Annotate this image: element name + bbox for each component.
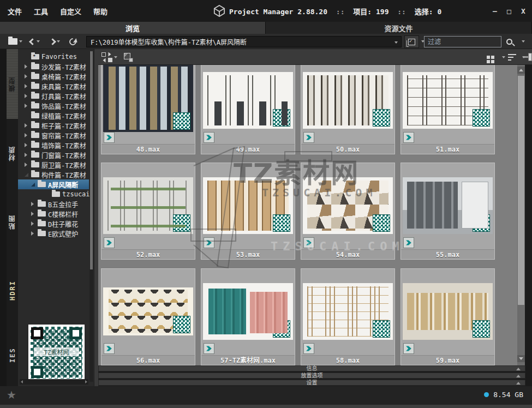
panel-expand-icon[interactable] xyxy=(516,368,521,370)
rail-tab-贴图[interactable]: 贴图 xyxy=(7,188,18,256)
path-combobox[interactable]: F:\2019单体模型库收集\构件篇-TZ素材\A屏风隔断 xyxy=(86,36,402,47)
refresh-button[interactable] xyxy=(69,34,76,49)
merge-model-button[interactable] xyxy=(123,49,133,65)
tree-item-饰品篇-TZ素材[interactable]: 饰品篇-TZ素材 xyxy=(18,101,89,111)
tree-expander-icon[interactable] xyxy=(25,133,31,137)
tab-browse[interactable]: 浏览 xyxy=(0,22,266,34)
folder-dropdown-icon[interactable] xyxy=(19,40,22,43)
tree-expander-icon[interactable] xyxy=(31,231,37,236)
scroll-left-icon[interactable] xyxy=(21,380,23,383)
scroll-up-icon[interactable] xyxy=(517,67,525,74)
tree-item-D柱子雕花[interactable]: D柱子雕花 xyxy=(18,219,89,229)
replace-model-button[interactable] xyxy=(101,49,117,65)
menu-item-1[interactable]: 文件 xyxy=(8,6,22,16)
tab-resource-files[interactable]: 资源文件 xyxy=(266,22,532,34)
asset-card-51.max[interactable]: 51.max xyxy=(401,65,495,154)
panel-header-放置选项[interactable]: 放置选项 xyxy=(98,373,525,379)
menu-item-2[interactable]: 工具 xyxy=(34,6,48,16)
tree-item-床具篇-TZ素材[interactable]: 床具篇-TZ素材 xyxy=(18,81,89,91)
asset-card-58.max[interactable]: 58.max xyxy=(301,268,395,365)
grid-scroll-thumb[interactable] xyxy=(518,76,524,305)
grid-view-button[interactable] xyxy=(487,49,490,65)
forward-dropdown-icon[interactable] xyxy=(57,40,60,43)
panel-expand-icon[interactable] xyxy=(516,382,521,385)
tree-vertical-scrollbar[interactable] xyxy=(89,51,93,382)
tree-expander-icon[interactable] xyxy=(31,212,37,216)
close-button[interactable]: X xyxy=(519,7,528,15)
tree-item-厨卫篇-TZ素材[interactable]: 厨卫篇-TZ素材 xyxy=(18,160,89,170)
panel-splitter[interactable] xyxy=(94,49,98,386)
scroll-right-icon[interactable] xyxy=(85,380,87,383)
menu-item-4[interactable]: 帮助 xyxy=(93,6,107,16)
tree-item-Favorites[interactable]: Favorites xyxy=(18,52,89,62)
tree-item-绿植篇-TZ素材[interactable]: 绿植篇-TZ素材 xyxy=(18,111,89,121)
asset-card-56.max[interactable]: 56.max xyxy=(101,268,195,365)
tree-expander-icon[interactable] xyxy=(25,163,31,167)
back-dropdown-icon[interactable] xyxy=(37,40,40,43)
path-dropdown-icon[interactable] xyxy=(394,41,398,44)
tree-item-灯具篇-TZ素材[interactable]: 灯具篇-TZ素材 xyxy=(18,91,89,101)
minimize-button[interactable]: – xyxy=(491,7,499,15)
maximize-button[interactable]: □ xyxy=(505,7,513,15)
rail-tab-HDRI[interactable]: HDRI xyxy=(7,256,18,325)
tree-item-窗帘篇-TZ素材[interactable]: 窗帘篇-TZ素材 xyxy=(18,130,89,140)
tree-expander-icon[interactable] xyxy=(25,153,31,157)
tree-item-B五金拉手[interactable]: B五金拉手 xyxy=(18,199,89,209)
menu-item-3[interactable]: 自定义 xyxy=(60,6,81,16)
panel-header-信息[interactable]: 信息 xyxy=(98,365,525,371)
tree-expander-icon[interactable] xyxy=(31,221,37,226)
asset-card-54.max[interactable]: 54.max xyxy=(301,163,395,260)
sort-dropdown[interactable] xyxy=(521,49,525,65)
slider-handle[interactable] xyxy=(528,53,532,61)
view-files-button[interactable] xyxy=(404,35,419,48)
asset-card-57-TZ素材网.max[interactable]: 57-TZ素材网.max xyxy=(201,268,295,365)
asset-card-52.max[interactable]: 52.max xyxy=(101,163,195,260)
grid-view-dropdown[interactable] xyxy=(500,49,505,65)
tree-expander-icon[interactable] xyxy=(25,84,31,88)
favorite-star-icon[interactable]: ★ xyxy=(7,388,16,401)
tree-item-tzsucai.co[interactable]: tzsucai.co xyxy=(18,189,89,199)
scroll-down-icon[interactable] xyxy=(517,355,525,362)
asset-card-55.max[interactable]: 55.max xyxy=(401,163,495,260)
tree-expander-icon[interactable] xyxy=(25,64,31,69)
tree-expander-icon[interactable] xyxy=(25,123,31,128)
tree-item-柜子篇-TZ素材[interactable]: 柜子篇-TZ素材 xyxy=(18,121,89,130)
grid-vertical-scrollbar[interactable] xyxy=(517,65,525,365)
tree-expander-icon[interactable] xyxy=(25,94,31,98)
tree-item-构件篇-TZ素材[interactable]: 构件篇-TZ素材 xyxy=(18,170,89,179)
tree-scroll-thumb[interactable] xyxy=(90,51,93,269)
tree-item-墙饰篇-TZ素材[interactable]: 墙饰篇-TZ素材 xyxy=(18,140,89,150)
tree-expander-icon[interactable] xyxy=(25,173,31,177)
asset-card-53.max[interactable]: 53.max xyxy=(201,163,295,260)
tree-item-门窗篇-TZ素材[interactable]: 门窗篇-TZ素材 xyxy=(18,150,89,160)
folder-button[interactable] xyxy=(8,34,22,49)
tree-item-桌椅篇-TZ素材[interactable]: 桌椅篇-TZ素材 xyxy=(18,71,89,81)
search-button[interactable] xyxy=(506,34,512,49)
tree-item-E欧式壁炉[interactable]: E欧式壁炉 xyxy=(18,229,89,238)
tree-expander-icon[interactable] xyxy=(31,183,37,187)
project-manager-window: 文件工具自定义帮助 Project Manager 2.88.20 :: 项目:… xyxy=(0,0,532,408)
rail-tab-IES[interactable]: IES xyxy=(7,325,18,386)
rail-tab-模型[interactable]: 模型 xyxy=(7,49,18,119)
forward-button[interactable] xyxy=(50,34,60,49)
asset-card-50.max[interactable]: 50.max xyxy=(301,65,395,154)
tree-expander-icon[interactable] xyxy=(31,202,37,206)
tree-item-A屏风隔断[interactable]: A屏风隔断 xyxy=(18,179,89,189)
filter-input[interactable] xyxy=(424,36,501,47)
tree-expander-icon[interactable] xyxy=(25,104,31,108)
sort-button[interactable] xyxy=(508,49,516,65)
tree-expander-icon[interactable] xyxy=(25,143,31,147)
tree-item-C楼梯栏杆[interactable]: C楼梯栏杆 xyxy=(18,209,89,219)
tree-expander-icon[interactable] xyxy=(25,74,31,79)
asset-card-48.max[interactable]: 48.max xyxy=(101,65,195,154)
asset-card-59.max[interactable]: 59.max xyxy=(401,268,495,365)
panel-expand-icon[interactable] xyxy=(516,375,521,377)
back-button[interactable] xyxy=(30,34,40,49)
tree-horizontal-scrollbar[interactable] xyxy=(20,379,88,385)
tree-item-沙发篇-TZ素材[interactable]: 沙发篇-TZ素材 xyxy=(18,62,89,71)
panel-header-设置[interactable]: 设置 xyxy=(98,380,525,386)
rail-tab-材质[interactable]: 材质 xyxy=(7,119,18,188)
search-dropdown[interactable] xyxy=(520,34,525,49)
replace-dropdown-icon[interactable] xyxy=(114,56,117,58)
asset-card-49.max[interactable]: 49.max xyxy=(201,65,295,154)
